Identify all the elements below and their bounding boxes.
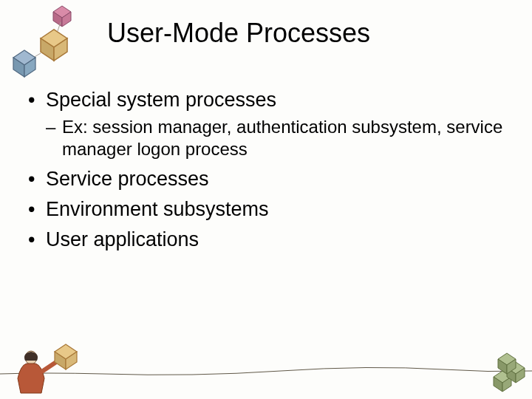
bullet-item: Service processes <box>28 166 510 192</box>
sub-bullet-item: Ex: session manager, authentication subs… <box>46 116 510 160</box>
svg-line-12 <box>43 362 56 371</box>
bullet-text: Environment subsystems <box>46 198 269 220</box>
bullet-text: User applications <box>46 228 199 250</box>
bullet-item: Special system processes Ex: session man… <box>28 87 510 160</box>
bullet-text: Service processes <box>46 168 209 190</box>
slide-title: User-Mode Processes <box>107 18 370 49</box>
corner-blocks-decoration <box>0 0 96 78</box>
sub-bullet-text: Ex: session manager, authentication subs… <box>62 117 502 159</box>
sub-bullet-list: Ex: session manager, authentication subs… <box>46 116 510 160</box>
main-bullet-list: Special system processes Ex: session man… <box>28 87 510 257</box>
bullet-item: User applications <box>28 227 510 253</box>
bullet-text: Special system processes <box>46 89 276 111</box>
footer-decoration <box>0 340 532 399</box>
bullet-item: Environment subsystems <box>28 197 510 222</box>
